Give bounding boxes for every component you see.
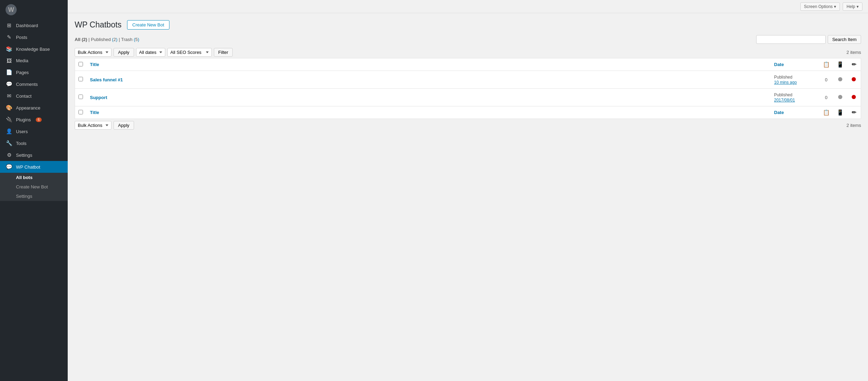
row-title-cell: Sales funnel #1 xyxy=(86,71,771,89)
submenu-item-create-new-bot[interactable]: Create New Bot xyxy=(0,182,68,192)
all-filter-link[interactable]: All (2) xyxy=(75,37,89,42)
page-header: WP Chatbots Create New Bot xyxy=(75,20,861,30)
title-sort-link-footer[interactable]: Title xyxy=(90,110,99,115)
apply-button-top[interactable]: Apply xyxy=(114,48,134,57)
footer-icon1-col: 📋 xyxy=(819,106,833,119)
edit-icon-header: ✏ xyxy=(852,62,856,67)
trash-label: Trash xyxy=(121,37,133,42)
bot-title-link[interactable]: Support xyxy=(90,95,107,100)
help-button[interactable]: Help ▾ xyxy=(843,2,862,11)
submenu-item-all-bots[interactable]: All bots xyxy=(0,173,68,182)
plugins-icon: 🔌 xyxy=(6,116,12,123)
all-seo-scores-select[interactable]: All SEO Scores xyxy=(167,48,212,57)
select-all-footer-checkbox[interactable] xyxy=(78,110,83,114)
sidebar-item-users[interactable]: 👤 Users xyxy=(0,125,68,137)
sidebar-item-posts[interactable]: ✎ Posts xyxy=(0,31,68,43)
sidebar-item-appearance[interactable]: 🎨 Appearance xyxy=(0,102,68,114)
content-area: WP Chatbots Create New Bot All (2) | Pub… xyxy=(68,13,868,381)
create-new-bot-button[interactable]: Create New Bot xyxy=(127,20,169,30)
search-input[interactable] xyxy=(756,35,826,44)
status-dot xyxy=(852,95,856,99)
clipboard-icon-header: 📋 xyxy=(823,62,830,67)
sidebar-item-media[interactable]: 🖼 Media xyxy=(0,55,68,66)
row-active-dot-cell xyxy=(833,71,847,89)
sidebar-item-plugins[interactable]: 🔌 Plugins 6 xyxy=(0,114,68,125)
row-checkbox-cell xyxy=(75,89,87,106)
header-title-col: Title xyxy=(86,58,771,71)
trash-filter-link[interactable]: Trash (5) xyxy=(121,37,139,42)
date-status: Published xyxy=(774,92,793,97)
date-sort-link[interactable]: Date xyxy=(774,62,784,67)
sidebar-item-label: Dashboard xyxy=(16,23,38,28)
comments-icon: 💬 xyxy=(6,81,12,87)
sidebar-item-label: Pages xyxy=(16,70,29,75)
header-icon3-col: ✏ xyxy=(847,58,861,71)
apply-button-bottom[interactable]: Apply xyxy=(114,121,134,130)
topbar: Screen Options ▾ Help ▾ xyxy=(68,0,868,13)
all-dates-select[interactable]: All dates xyxy=(136,48,165,57)
footer-checkbox-col xyxy=(75,106,87,119)
wp-logo-icon: W xyxy=(6,4,17,15)
title-sort-link[interactable]: Title xyxy=(90,62,99,67)
settings-icon: ⚙ xyxy=(6,152,12,158)
footer-title-col: Title xyxy=(86,106,771,119)
sidebar-logo: W xyxy=(0,0,68,19)
items-count-bottom: 2 items xyxy=(846,123,861,128)
page-title: WP Chatbots xyxy=(75,20,122,30)
row-checkbox[interactable] xyxy=(78,77,83,81)
sidebar-submenu: All bots Create New Bot Settings xyxy=(0,173,68,201)
published-filter-link[interactable]: Published (2) xyxy=(91,37,119,42)
row-count-cell: 0 xyxy=(819,89,833,106)
main-area: Screen Options ▾ Help ▾ WP Chatbots Crea… xyxy=(68,0,868,381)
posts-icon: ✎ xyxy=(6,34,12,40)
sidebar-item-comments[interactable]: 💬 Comments xyxy=(0,78,68,90)
users-icon: 👤 xyxy=(6,128,12,135)
row-count: 0 xyxy=(825,95,827,100)
screen-options-button[interactable]: Screen Options ▾ xyxy=(800,2,840,11)
search-item-button[interactable]: Search Item xyxy=(828,35,861,44)
edit-icon-footer: ✏ xyxy=(852,110,856,115)
sidebar-item-label: Appearance xyxy=(16,105,40,111)
footer-icon3-col: ✏ xyxy=(847,106,861,119)
table-row: Support Published 2017/08/01 0 xyxy=(75,89,861,106)
screen-options-chevron-icon: ▾ xyxy=(834,4,836,9)
date-value[interactable]: 2017/08/01 xyxy=(774,98,795,103)
select-all-checkbox[interactable] xyxy=(78,62,83,66)
bulk-actions-select-bottom[interactable]: Bulk Actions xyxy=(75,121,111,130)
sidebar-item-label: Comments xyxy=(16,82,38,87)
table-footer: Title Date 📋 📱 ✏ xyxy=(75,106,861,119)
active-dot xyxy=(838,77,842,81)
row-count-cell: 0 xyxy=(819,71,833,89)
sidebar-item-label: WP Chatbot xyxy=(16,164,40,170)
status-dot xyxy=(852,77,856,81)
date-sort-link-footer[interactable]: Date xyxy=(774,110,784,115)
submenu-item-settings[interactable]: Settings xyxy=(0,192,68,201)
sidebar-item-label: Users xyxy=(16,129,28,134)
sidebar-item-label: Settings xyxy=(16,153,32,158)
bulk-actions-select-top[interactable]: Bulk Actions xyxy=(75,48,111,57)
all-label: All (2) xyxy=(75,37,87,42)
sidebar-item-contact[interactable]: ✉ Contact xyxy=(0,90,68,102)
bot-title-link[interactable]: Sales funnel #1 xyxy=(90,77,123,82)
sidebar-item-dashboard[interactable]: ⊞ Dashboard xyxy=(0,19,68,31)
sidebar-item-wp-chatbot[interactable]: 💬 WP Chatbot xyxy=(0,161,68,173)
filter-button[interactable]: Filter xyxy=(214,48,233,57)
clipboard-icon-footer: 📋 xyxy=(823,110,830,115)
row-checkbox[interactable] xyxy=(78,95,83,99)
active-dot xyxy=(838,95,842,99)
separator-2: | xyxy=(119,37,121,42)
sidebar-item-settings[interactable]: ⚙ Settings xyxy=(0,149,68,161)
search-filter-area: All (2) | Published (2) | Trash (5) Sear… xyxy=(75,35,861,44)
screen-options-label: Screen Options xyxy=(804,4,833,9)
sidebar-item-knowledge-base[interactable]: 📚 Knowledge Base xyxy=(0,43,68,55)
separator-1: | xyxy=(89,37,91,42)
pages-icon: 📄 xyxy=(6,69,12,75)
sidebar-item-label: Plugins xyxy=(16,117,31,122)
trash-count: 5 xyxy=(135,37,137,42)
sidebar-item-pages[interactable]: 📄 Pages xyxy=(0,66,68,78)
date-value[interactable]: 10 mins ago xyxy=(774,80,797,85)
top-toolbar: Bulk Actions Apply All dates All SEO Sco… xyxy=(75,48,861,57)
sidebar-item-tools[interactable]: 🔧 Tools xyxy=(0,137,68,149)
sidebar-item-label: Knowledge Base xyxy=(16,47,50,52)
plugins-badge: 6 xyxy=(36,117,42,122)
